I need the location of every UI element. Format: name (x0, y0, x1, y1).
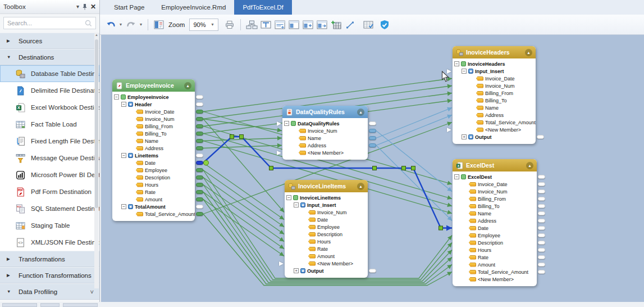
input-port[interactable] (447, 128, 451, 132)
toolbox-item-pdf-form-destination[interactable]: PDFPdf Form Destination (0, 183, 99, 200)
connection-line[interactable] (203, 192, 284, 249)
output-port[interactable] (538, 211, 545, 215)
output-port[interactable] (196, 161, 203, 165)
zoom-level-select[interactable]: 90% ▾ (189, 19, 218, 31)
waypoint-handle[interactable] (373, 166, 377, 170)
tree-row-inoviceheaders[interactable]: −InoviceHeaders (453, 60, 536, 67)
toolbox-item-fact-table-load[interactable]: Fact Table Load (0, 116, 99, 133)
tree-row-totalamount[interactable]: −✱TotalAmount (112, 203, 195, 210)
dataflow-canvas[interactable]: EmployeeInvoice▴−EmployeeInvoice−✱Header… (101, 35, 644, 302)
output-port[interactable] (196, 197, 203, 201)
tree-row-invoice-num[interactable]: Invoice_Num (453, 188, 537, 195)
tree-row-new-member[interactable]: <New Member> (453, 276, 537, 283)
output-port[interactable] (196, 139, 203, 143)
tree-row-billing-to[interactable]: Billing_To (453, 97, 536, 104)
node-header[interactable]: InoviceHeaders▴ (453, 46, 536, 58)
collapse-expander-icon[interactable]: − (294, 202, 299, 207)
output-port[interactable] (538, 175, 545, 179)
tree-row-description[interactable]: Description (453, 239, 537, 246)
output-port[interactable] (196, 102, 203, 106)
print-button[interactable] (223, 18, 236, 31)
tree-row-amount[interactable]: Amount (453, 261, 537, 268)
output-port[interactable] (196, 117, 203, 121)
output-port[interactable] (196, 124, 203, 128)
validate-button[interactable] (378, 18, 391, 31)
connection-line[interactable] (376, 146, 452, 221)
connection-start-handle[interactable] (204, 160, 209, 165)
connection-line[interactable] (203, 163, 284, 220)
toolbox-item-staging-table[interactable]: Staging Table (0, 217, 99, 234)
close-icon[interactable]: ✕ (90, 3, 96, 10)
scroll-down-icon[interactable]: ˅ (90, 288, 94, 295)
connection-line[interactable] (376, 131, 452, 192)
connection-line[interactable] (203, 185, 284, 242)
tree-row-employeeinvoice[interactable]: −EmployeeInvoice (112, 93, 195, 101)
node-header[interactable]: XExcelDest▴ (453, 159, 537, 171)
output-port[interactable] (196, 132, 203, 136)
node-inoviceheaders[interactable]: InoviceHeaders▴−InoviceHeaders−✱Input_In… (453, 46, 536, 144)
dock-right-button[interactable] (316, 18, 328, 31)
tree-row-total-service-amount[interactable]: Total_Service_Amount (112, 210, 195, 218)
connection-line[interactable] (376, 108, 452, 138)
tree-row-amount[interactable]: Amount (285, 252, 368, 260)
waypoint-handle[interactable] (270, 166, 273, 170)
node-header[interactable]: EmployeeInvoice▴ (112, 79, 195, 92)
dock-left-button[interactable] (287, 18, 300, 31)
toolbox-item-sql-statement-destinat[interactable]: SQLSQL Statement Destinat (0, 200, 99, 217)
redo-button[interactable] (125, 18, 137, 31)
tree-row-exceldest[interactable]: −ExcelDest (453, 173, 537, 180)
input-port[interactable] (277, 151, 281, 155)
mapping-grid-button[interactable] (362, 18, 374, 31)
tree-row-name[interactable]: Name (453, 210, 537, 217)
toolbox-section-function-transformations[interactable]: ▶Function Transformations (0, 267, 99, 283)
toolbox-item-message-queue-destina[interactable]: Message Queue Destina (0, 150, 99, 166)
collapse-node-button[interactable]: ▴ (357, 109, 364, 116)
output-port[interactable] (196, 205, 203, 209)
window-menu-icon[interactable]: ▾ (76, 4, 79, 10)
tree-row-dataqualityrules[interactable]: −DataQualityRules (282, 120, 368, 127)
dock-middle-button[interactable] (302, 18, 314, 31)
waypoint-handle[interactable] (240, 135, 244, 139)
undo-button[interactable] (104, 18, 117, 31)
expand-expander-icon[interactable]: + (462, 134, 467, 139)
tree-row-address[interactable]: Address (112, 145, 195, 152)
tree-row-address[interactable]: Address (282, 142, 368, 149)
search-input[interactable]: Search... (3, 17, 96, 29)
tree-layout-button[interactable] (259, 18, 272, 31)
toolbox-scrollbar[interactable]: ▲ (94, 33, 99, 288)
node-inovicelineitems[interactable]: InoviceLineItems▴−InoviceLineItems−✱Inpu… (285, 180, 368, 278)
tree-row-employee[interactable]: Employee (285, 223, 368, 231)
collapse-node-button[interactable]: ▴ (184, 82, 191, 89)
output-port[interactable] (538, 219, 545, 223)
output-port[interactable] (196, 175, 203, 179)
collapse-expander-icon[interactable]: − (454, 174, 459, 179)
output-port[interactable] (537, 135, 544, 139)
collapse-node-button[interactable]: ▴ (526, 162, 533, 169)
add-table-columns-button[interactable] (330, 18, 342, 31)
output-port[interactable] (369, 136, 376, 140)
waypoint-handle[interactable] (402, 166, 406, 170)
collapse-expander-icon[interactable]: − (462, 69, 467, 74)
pin-icon[interactable] (82, 3, 88, 10)
output-port[interactable] (369, 143, 376, 147)
collapse-expander-icon[interactable]: − (284, 121, 289, 126)
tree-row-new-member[interactable]: <New Member> (453, 126, 536, 133)
tree-row-output[interactable]: +✱Output (453, 133, 536, 141)
collapse-expander-icon[interactable]: − (286, 195, 291, 200)
tree-row-input-insert[interactable]: −✱Input_Insert (285, 201, 368, 209)
tree-row-hours[interactable]: Hours (112, 181, 195, 188)
collapse-expander-icon[interactable]: − (121, 102, 126, 107)
tree-row-name[interactable]: Name (453, 104, 536, 111)
tree-row-inovicelineitems[interactable]: −InoviceLineItems (285, 194, 368, 201)
tree-row-billing-to[interactable]: Billing_To (112, 130, 195, 137)
connection-line[interactable] (376, 115, 452, 146)
input-port[interactable] (279, 261, 284, 266)
node-dataqualityrules[interactable]: DataQualityRules▴−DataQualityRulesInvoic… (282, 106, 368, 160)
output-port[interactable] (538, 270, 545, 274)
collapse-expander-icon[interactable]: − (121, 204, 126, 209)
tree-row-name[interactable]: Name (282, 134, 368, 142)
output-port[interactable] (369, 129, 376, 133)
toolbox-item-database-table-destina[interactable]: Database Table Destina (0, 65, 99, 82)
redo-dropdown-icon[interactable]: ▾ (140, 22, 142, 27)
tree-row-description[interactable]: Description (112, 174, 195, 181)
